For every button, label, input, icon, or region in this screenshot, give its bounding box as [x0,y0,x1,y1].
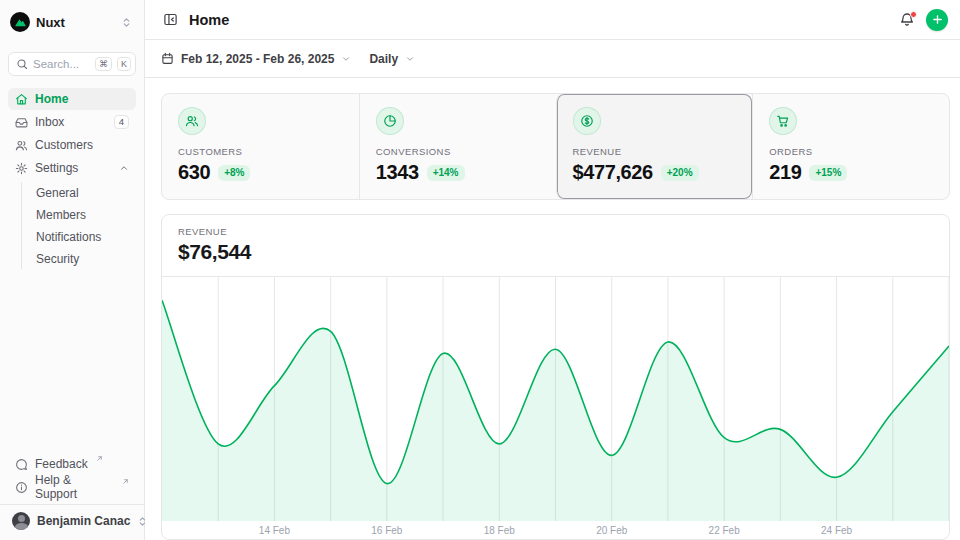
home-icon [15,93,28,106]
pie-chart-icon [376,107,404,135]
sidebar: Nuxt Search... ⌘ K Home [0,0,145,540]
x-axis: 14 Feb16 Feb18 Feb20 Feb22 Feb24 Feb [162,521,949,539]
unread-dot [910,11,917,18]
workspace-name: Nuxt [36,15,115,30]
stats-row: CUSTOMERS 630 +8% CONVERSIONS 1343 +14% [161,93,950,200]
stat-value: 219 [769,161,801,184]
circle-dollar-icon [573,107,601,135]
workspace-switcher[interactable]: Nuxt [8,8,136,36]
stat-delta-badge: +15% [809,165,847,181]
stat-card-customers[interactable]: CUSTOMERS 630 +8% [162,94,359,199]
chart-total-value: $76,544 [178,240,933,264]
x-axis-tick: 20 Feb [596,525,627,536]
sidebar-item-inbox[interactable]: Inbox 4 [8,111,136,133]
page-content: CUSTOMERS 630 +8% CONVERSIONS 1343 +14% [145,78,960,540]
stat-value: 1343 [376,161,419,184]
sidebar-spacer [8,271,136,453]
chevrons-up-down-icon [121,17,132,28]
page-title: Home [189,12,888,28]
stat-delta-badge: +14% [427,165,465,181]
sidebar-footer-nav: Feedback Help & Support [8,453,136,498]
calendar-icon [161,52,174,65]
sidebar-item-home[interactable]: Home [8,88,136,110]
revenue-chart-card: REVENUE $76,544 14 Feb16 Feb18 Feb20 Feb… [161,214,950,540]
sidebar-item-settings[interactable]: Settings [8,157,136,179]
stat-delta-badge: +8% [218,165,250,181]
stat-card-revenue[interactable]: REVENUE $477,626 +20% [556,94,753,199]
user-menu[interactable]: Benjamin Canac [8,505,136,532]
search-placeholder: Search... [33,58,90,70]
chart-title: REVENUE [178,226,933,237]
sidebar-item-settings-general[interactable]: General [30,182,136,203]
sidebar-item-settings-security[interactable]: Security [30,248,136,269]
avatar [12,512,30,530]
stat-card-orders[interactable]: ORDERS 219 +15% [752,94,949,199]
chevron-down-icon [405,54,415,64]
kbd-k: K [117,57,131,71]
external-link-icon [96,455,103,462]
stat-label: REVENUE [573,146,737,157]
stat-label: CONVERSIONS [376,146,540,157]
kbd-cmd: ⌘ [95,57,112,71]
x-axis-tick: 16 Feb [371,525,402,536]
stat-label: ORDERS [769,146,933,157]
stat-label: CUSTOMERS [178,146,343,157]
users-icon [178,107,206,135]
sidebar-item-customers[interactable]: Customers [8,134,136,156]
dashboard-app: Nuxt Search... ⌘ K Home [0,0,960,540]
add-button[interactable] [926,9,948,31]
stat-card-conversions[interactable]: CONVERSIONS 1343 +14% [359,94,556,199]
chart-header: REVENUE $76,544 [162,215,949,276]
chat-bubble-icon [15,458,28,471]
sidebar-nav: Home Inbox 4 Customers Settings [8,88,136,271]
cart-icon [769,107,797,135]
gear-icon [15,162,28,175]
chevron-down-icon [341,54,351,64]
main-area: Home Feb 12, 2025 - Feb 26, 2025 Daily [145,0,960,540]
chevron-up-icon [119,163,129,173]
feedback-link[interactable]: Feedback [8,453,136,475]
stat-value: 630 [178,161,210,184]
stat-delta-badge: +20% [661,165,699,181]
external-link-icon [122,478,129,485]
inbox-count-badge: 4 [114,115,129,129]
info-circle-icon [15,481,28,494]
search-input[interactable]: Search... ⌘ K [8,52,136,76]
search-icon [16,58,28,70]
x-axis-tick: 24 Feb [821,525,852,536]
x-axis-tick: 14 Feb [259,525,290,536]
page-header: Home [145,0,960,40]
filters-toolbar: Feb 12, 2025 - Feb 26, 2025 Daily [145,40,960,78]
revenue-area-chart[interactable] [162,276,949,521]
inbox-icon [15,116,28,129]
period-select[interactable]: Daily [369,52,415,66]
user-name: Benjamin Canac [37,514,130,528]
stat-value: $477,626 [573,161,653,184]
x-axis-tick: 22 Feb [709,525,740,536]
sidebar-item-settings-members[interactable]: Members [30,204,136,225]
users-icon [15,139,28,152]
help-support-link[interactable]: Help & Support [8,476,136,498]
settings-sub-menu: General Members Notifications Security [21,182,136,269]
date-range-picker[interactable]: Feb 12, 2025 - Feb 26, 2025 [161,52,351,66]
collapse-sidebar-button[interactable] [161,10,180,29]
x-axis-tick: 18 Feb [484,525,515,536]
notifications-button[interactable] [897,10,917,30]
sidebar-item-settings-notifications[interactable]: Notifications [30,226,136,247]
nuxt-logo-icon [10,12,30,32]
